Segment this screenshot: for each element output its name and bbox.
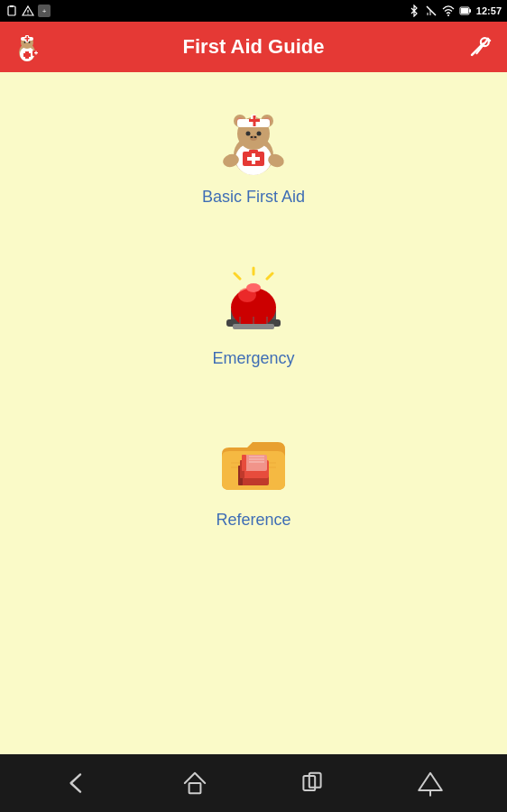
app-logo <box>11 31 43 63</box>
main-content: Basic First Aid <box>0 72 507 754</box>
battery-icon <box>459 5 472 17</box>
svg-line-61 <box>267 273 272 279</box>
svg-rect-1 <box>10 5 14 7</box>
svg-point-24 <box>29 42 31 43</box>
svg-rect-78 <box>189 783 200 793</box>
warning-icon <box>22 5 34 17</box>
basic-first-aid-label: Basic First Aid <box>202 188 305 207</box>
signal-off-icon <box>425 5 438 17</box>
svg-point-23 <box>24 42 26 43</box>
svg-point-59 <box>246 283 261 292</box>
reference-label: Reference <box>216 511 290 530</box>
svg-rect-9 <box>429 10 431 15</box>
svg-point-51 <box>251 136 254 138</box>
reference-icon <box>213 422 294 503</box>
svg-point-4 <box>27 14 28 14</box>
svg-point-10 <box>447 14 449 16</box>
svg-rect-12 <box>461 8 468 14</box>
svg-text:+: + <box>42 7 47 15</box>
svg-rect-47 <box>249 119 260 122</box>
emergency-item[interactable]: Emergency <box>212 261 294 368</box>
small-app-icon: + <box>38 5 51 17</box>
basic-first-aid-icon <box>213 99 294 180</box>
wifi-icon <box>442 5 455 17</box>
status-bar: + 12:57 <box>0 0 507 22</box>
svg-point-48 <box>246 132 251 136</box>
clipboard-icon <box>5 5 18 17</box>
svg-point-50 <box>250 135 257 141</box>
svg-rect-8 <box>427 13 429 15</box>
svg-rect-66 <box>233 324 274 329</box>
bluetooth-icon <box>408 5 420 17</box>
status-bar-left: + <box>5 5 51 17</box>
reference-item[interactable]: Reference <box>213 422 294 530</box>
svg-rect-74 <box>242 455 246 471</box>
svg-rect-22 <box>25 38 30 40</box>
svg-marker-81 <box>419 773 442 790</box>
settings-button[interactable] <box>464 31 496 63</box>
svg-rect-17 <box>23 53 31 57</box>
svg-rect-0 <box>8 6 15 15</box>
status-bar-right: 12:57 <box>408 5 502 17</box>
recents-button[interactable] <box>290 761 335 806</box>
svg-line-62 <box>235 273 240 279</box>
menu-button[interactable] <box>408 761 453 806</box>
svg-rect-28 <box>35 51 36 55</box>
svg-point-52 <box>254 136 257 138</box>
basic-first-aid-item[interactable]: Basic First Aid <box>202 99 305 207</box>
back-button[interactable] <box>54 761 99 806</box>
app-title: First Aid Guide <box>43 35 464 59</box>
svg-rect-38 <box>247 157 260 161</box>
svg-rect-13 <box>469 9 471 13</box>
emergency-label: Emergency <box>212 349 294 368</box>
svg-point-49 <box>257 132 262 136</box>
bottom-nav-bar <box>0 754 507 812</box>
app-bar: First Aid Guide <box>0 22 507 72</box>
emergency-icon <box>213 261 294 342</box>
home-button[interactable] <box>172 761 217 806</box>
status-time: 12:57 <box>476 5 502 16</box>
